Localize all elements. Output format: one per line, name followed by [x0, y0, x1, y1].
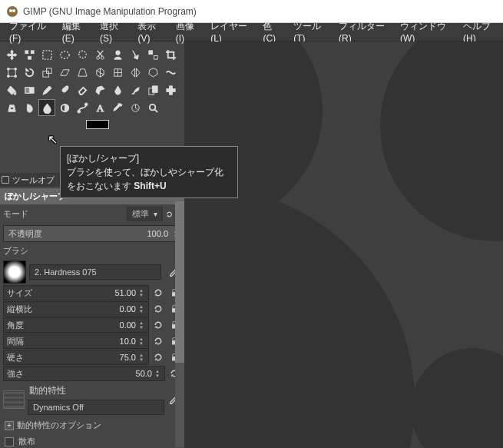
tool-perspective-clone[interactable]	[3, 99, 20, 116]
aspect-stepper[interactable]: ▲▼	[137, 304, 145, 314]
tool-move[interactable]	[3, 46, 20, 63]
menu-select[interactable]: 選択(S)	[94, 18, 131, 46]
tool-paths[interactable]	[74, 99, 91, 116]
dock-tab-tool-options[interactable]: ツールオプ	[0, 173, 60, 187]
tool-airbrush[interactable]	[91, 81, 108, 98]
window-title: GIMP (GNU Image Manipulation Program)	[23, 6, 197, 17]
tool-eraser[interactable]	[74, 81, 91, 98]
force-value: 50.0	[136, 369, 152, 378]
size-field[interactable]: サイズ 51.00 ▲▼	[3, 285, 149, 300]
tool-zoom[interactable]	[144, 99, 161, 116]
tool-text[interactable]: A	[91, 99, 108, 116]
tool-ink[interactable]	[109, 81, 126, 98]
tool-blur-sharpen[interactable]	[38, 99, 55, 116]
dynamics-name: Dynamics Off	[33, 403, 84, 412]
tool-warp[interactable]	[162, 64, 179, 81]
spacing-reset-button[interactable]	[151, 334, 165, 348]
hardness-field[interactable]: 硬さ 75.0 ▲▼	[3, 350, 149, 365]
canvas-area[interactable]	[184, 41, 503, 448]
scrollbar-thumb[interactable]	[175, 201, 184, 363]
tool-free-select[interactable]	[74, 46, 91, 63]
size-stepper[interactable]: ▲▼	[137, 288, 145, 297]
tooltip-shortcut: Shift+U	[134, 181, 166, 191]
tool-pencil[interactable]	[38, 81, 55, 98]
tool-flip[interactable]	[127, 64, 144, 81]
size-reset-button[interactable]	[151, 286, 165, 300]
angle-label: 角度	[7, 320, 24, 331]
angle-field[interactable]: 角度 0.00 ▲▼	[3, 317, 149, 333]
svg-point-7	[60, 51, 68, 58]
tool-measure[interactable]	[127, 99, 144, 116]
foreground-color-swatch[interactable]	[86, 120, 109, 129]
svg-point-2	[12, 9, 15, 12]
tool-mypaint-brush[interactable]	[127, 81, 144, 98]
aspect-reset-button[interactable]	[151, 302, 165, 316]
force-stepper[interactable]: ▲▼	[154, 369, 161, 378]
expander-plus-icon: +	[5, 421, 14, 430]
scatter-checkbox-row[interactable]: 散布	[0, 434, 184, 448]
tool-tooltip: [ぼかし/シャープ] ブラシを使って、ぼかしやシャープ化をおこないます Shif…	[60, 146, 238, 198]
dynamics-options-expander[interactable]: + 動的特性のオプション	[0, 416, 184, 434]
options-scrollbar[interactable]	[175, 201, 184, 447]
angle-value: 0.00	[120, 320, 136, 330]
brush-thumb-button[interactable]	[3, 261, 26, 284]
svg-rect-5	[28, 56, 31, 59]
aspect-field[interactable]: 縦横比 0.00 ▲▼	[3, 301, 149, 317]
tool-cage[interactable]	[144, 64, 161, 81]
tool-align[interactable]	[21, 46, 38, 63]
hardness-value: 75.0	[120, 353, 136, 362]
scatter-checkbox[interactable]	[5, 437, 14, 446]
dynamics-name-field[interactable]: Dynamics Off	[28, 400, 164, 415]
tool-gradient[interactable]	[21, 81, 38, 98]
tool-bucket-fill[interactable]	[3, 81, 20, 98]
tool-unified-transform[interactable]	[3, 64, 20, 81]
dock-tab-label: ツールオプ	[12, 174, 55, 186]
menu-edit[interactable]: 編集(E)	[56, 18, 94, 46]
menu-file[interactable]: ファイル(F)	[3, 18, 56, 46]
angle-stepper[interactable]: ▲▼	[137, 320, 145, 330]
svg-point-17	[14, 75, 16, 77]
color-swatches[interactable]	[3, 117, 189, 129]
force-label: 強さ	[7, 368, 24, 380]
tool-smudge[interactable]	[21, 99, 38, 116]
tool-paintbrush[interactable]	[56, 81, 73, 98]
hardness-stepper[interactable]: ▲▼	[137, 353, 145, 362]
size-value: 51.00	[114, 288, 136, 297]
scatter-label: 散布	[18, 436, 35, 447]
tool-shear[interactable]	[56, 64, 73, 81]
mouse-cursor-icon: ↖	[48, 132, 58, 147]
opacity-slider[interactable]: 不透明度 100.0 ▲▼	[3, 225, 181, 242]
spacing-field[interactable]: 間隔 10.0 ▲▼	[3, 334, 149, 349]
tool-3d-transform[interactable]	[91, 64, 108, 81]
tool-handle-transform[interactable]	[109, 64, 126, 81]
tool-perspective[interactable]	[74, 64, 91, 81]
tool-rotate[interactable]	[21, 64, 38, 81]
spacing-stepper[interactable]: ▲▼	[137, 337, 145, 346]
tool-foreground-select[interactable]	[109, 46, 126, 63]
dynamics-thumb-button[interactable]	[3, 390, 25, 409]
angle-reset-button[interactable]	[151, 318, 165, 332]
brush-name-field[interactable]: 2. Hardness 075	[29, 264, 161, 280]
hardness-reset-button[interactable]	[151, 350, 165, 364]
force-field[interactable]: 強さ 50.0 ▲▼	[3, 366, 165, 381]
tool-by-color-select[interactable]	[144, 46, 161, 63]
tool-crop[interactable]	[162, 46, 179, 63]
tool-heal[interactable]	[162, 81, 179, 98]
opacity-label: 不透明度	[4, 228, 42, 240]
tool-dodge-burn[interactable]	[56, 99, 73, 116]
gimp-logo-icon	[6, 5, 18, 18]
tool-scissors[interactable]	[91, 46, 108, 63]
tool-clone[interactable]	[144, 81, 161, 98]
svg-rect-13	[8, 68, 15, 75]
dock-tab-icon	[2, 176, 9, 184]
mode-value: 標準	[132, 208, 149, 220]
tool-color-picker[interactable]	[109, 99, 126, 116]
menu-view[interactable]: 表示(V)	[131, 18, 169, 46]
svg-rect-6	[42, 50, 51, 58]
tool-ellipse-select[interactable]	[56, 46, 73, 63]
spacing-label: 間隔	[7, 336, 24, 347]
mode-select[interactable]: 標準 ▾	[127, 207, 163, 221]
tool-scale[interactable]	[38, 64, 55, 81]
tool-rect-select[interactable]	[38, 46, 55, 63]
tool-fuzzy-select[interactable]	[127, 46, 144, 63]
